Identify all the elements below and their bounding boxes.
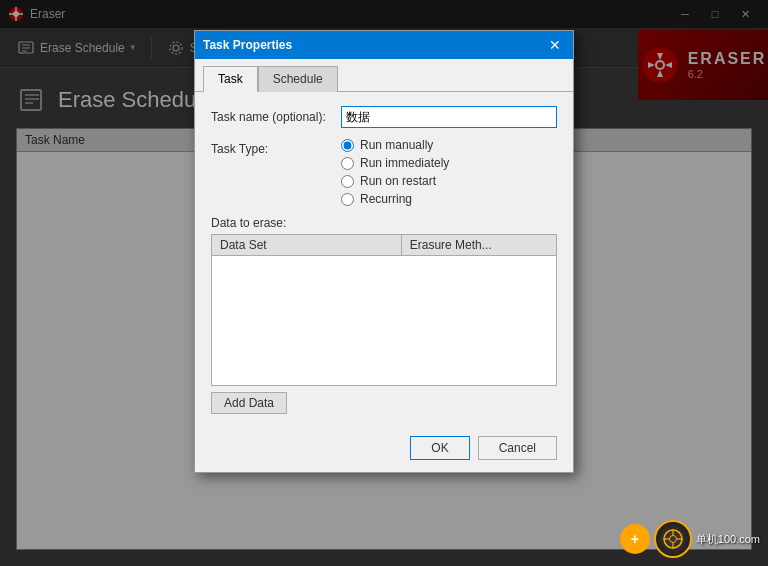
task-name-control	[341, 106, 557, 128]
task-type-row: Task Type: Run manually Run immediately	[211, 138, 557, 206]
radio-recurring[interactable]: Recurring	[341, 192, 557, 206]
watermark-logo-icon	[654, 520, 692, 558]
radio-run-immediately-input[interactable]	[341, 157, 354, 170]
radio-run-manually-label: Run manually	[360, 138, 433, 152]
dialog-footer: OK Cancel	[195, 428, 573, 472]
radio-run-immediately-label: Run immediately	[360, 156, 449, 170]
modal-overlay: Task Properties ✕ Task Schedule Task nam…	[0, 0, 768, 566]
cancel-button[interactable]: Cancel	[478, 436, 557, 460]
radio-run-manually[interactable]: Run manually	[341, 138, 557, 152]
watermark-plus-icon: +	[620, 524, 650, 554]
add-data-button[interactable]: Add Data	[211, 392, 287, 414]
tab-schedule[interactable]: Schedule	[258, 66, 338, 92]
task-properties-dialog: Task Properties ✕ Task Schedule Task nam…	[194, 30, 574, 473]
task-name-label: Task name (optional):	[211, 106, 341, 124]
watermark-site-text: 单机100.com	[696, 532, 760, 547]
radio-group: Run manually Run immediately Run on rest…	[341, 138, 557, 206]
dialog-title: Task Properties	[203, 38, 545, 52]
dialog-body: Task name (optional): Task Type: Run man…	[195, 92, 573, 428]
dialog-titlebar: Task Properties ✕	[195, 31, 573, 59]
data-table: Data Set Erasure Meth...	[211, 234, 557, 256]
app-window: Eraser ─ □ ✕ Erase Schedule ▼	[0, 0, 768, 566]
task-name-input[interactable]	[341, 106, 557, 128]
radio-recurring-input[interactable]	[341, 193, 354, 206]
ok-button[interactable]: OK	[410, 436, 469, 460]
dialog-close-button[interactable]: ✕	[545, 35, 565, 55]
col-erasure-method: Erasure Meth...	[401, 235, 556, 256]
watermark: + 单机100.com	[620, 520, 760, 558]
radio-run-manually-input[interactable]	[341, 139, 354, 152]
task-type-label: Task Type:	[211, 138, 341, 156]
radio-run-on-restart-input[interactable]	[341, 175, 354, 188]
radio-recurring-label: Recurring	[360, 192, 412, 206]
dialog-tabs: Task Schedule	[195, 59, 573, 92]
data-section-label: Data to erase:	[211, 216, 557, 230]
tab-task[interactable]: Task	[203, 66, 258, 92]
radio-run-on-restart-label: Run on restart	[360, 174, 436, 188]
radio-run-on-restart[interactable]: Run on restart	[341, 174, 557, 188]
col-data-set: Data Set	[212, 235, 402, 256]
task-name-row: Task name (optional):	[211, 106, 557, 128]
data-erase-section: Data to erase: Data Set Erasure Meth... …	[211, 216, 557, 414]
radio-run-immediately[interactable]: Run immediately	[341, 156, 557, 170]
task-type-control: Run manually Run immediately Run on rest…	[341, 138, 557, 206]
data-table-body	[211, 256, 557, 386]
